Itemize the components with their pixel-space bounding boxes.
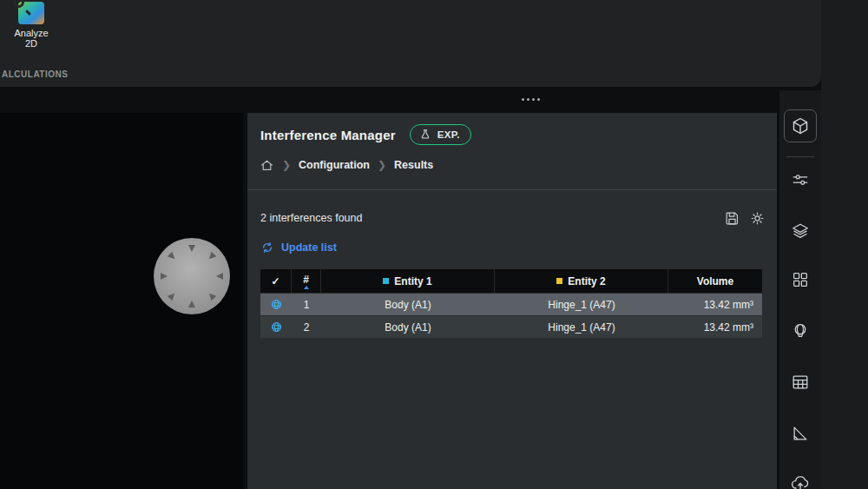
interference-table: ✓ # Entity 1 Entity 2 Volume [260,269,762,338]
lightbulb-button[interactable] [747,208,766,228]
layers-button[interactable] [790,221,811,241]
cloud-icon [790,472,811,489]
entity2-color-swatch [556,278,562,284]
assembly-cube-button[interactable] [784,109,817,142]
panel-divider [247,189,777,190]
table-row[interactable]: 2 Body (A1) Hinge_1 (A47) 13.42 mm³ [260,316,762,338]
components-grid-button[interactable] [790,269,811,290]
interference-count-text: 2 interferences found [260,212,362,224]
orbit-navigation-wheel[interactable] [152,236,232,316]
breadcrumb-configuration[interactable]: Configuration [299,159,370,171]
save-button[interactable] [722,208,741,228]
refresh-icon [260,241,274,254]
layers-icon [791,221,810,241]
experimental-badge[interactable]: EXP. [410,124,471,145]
analyze-2d-label-line1: Analyze [5,28,57,38]
chevron-right-icon: ❯ [378,159,386,171]
table-button[interactable] [790,372,811,393]
entity1-column-header[interactable]: Entity 1 [321,269,495,293]
filter-sliders-icon [791,170,810,189]
filter-sliders-button[interactable] [790,169,811,190]
components-grid-icon [791,270,810,289]
volume-cell: 13.42 mm³ [668,316,762,338]
breadcrumb-results[interactable]: Results [394,159,433,171]
entity1-cell[interactable]: Body (A1) [321,294,495,315]
entity2-cell[interactable]: Hinge_1 (A47) [495,294,668,315]
lightbulb-rays-icon [749,210,766,227]
balloon-button[interactable] [790,321,811,342]
calculations-section-label: ALCULATIONS [2,69,68,79]
analyze-2d-icon [18,2,44,24]
row-number: 2 [292,316,321,338]
top-toolbar: Analyze 2D ALCULATIONS [0,0,821,87]
entity1-color-swatch [383,278,389,284]
panel-resize-handle[interactable] [522,98,540,101]
right-edge-strip [821,0,868,489]
interference-manager-panel: Interference Manager EXP. ❯ Configuratio… [247,113,777,489]
chevron-right-icon: ❯ [282,159,291,171]
save-icon [724,210,740,227]
table-header-row: ✓ # Entity 1 Entity 2 Volume [260,269,762,293]
row-number: 1 [292,294,321,315]
interference-icon [269,297,284,312]
update-list-link[interactable]: Update list [260,241,337,254]
select-all-header[interactable]: ✓ [260,269,292,293]
cloud-button[interactable] [790,472,811,489]
flask-icon [419,129,431,141]
toolbar-separator [786,156,814,157]
table-row[interactable]: 1 Body (A1) Hinge_1 (A47) 13.42 mm³ [260,294,762,315]
entity1-cell[interactable]: Body (A1) [321,316,495,338]
analyze-2d-tool[interactable]: Analyze 2D [5,0,57,49]
experimental-badge-label: EXP. [437,129,460,140]
volume-cell: 13.42 mm³ [668,294,762,315]
measure-angle-icon [791,424,810,443]
number-column-header[interactable]: # [292,269,321,293]
entity2-column-header[interactable]: Entity 2 [495,269,668,293]
analyze-2d-label-line2: 2D [5,38,57,49]
viewport-3d[interactable] [0,113,243,489]
update-list-label: Update list [281,241,337,254]
volume-column-header[interactable]: Volume [668,269,762,293]
home-icon[interactable] [260,158,274,173]
magnifier-icon [13,0,24,8]
right-sidebar-toolbar [779,90,821,489]
panel-title: Interference Manager [260,128,396,142]
measure-angle-button[interactable] [790,423,811,444]
breadcrumb: ❯ Configuration ❯ Results [260,155,433,175]
table-icon [791,373,810,392]
assembly-cube-icon [790,116,811,136]
entity2-cell[interactable]: Hinge_1 (A47) [495,316,668,338]
checkmark-icon: ✓ [271,275,279,287]
magnifier-handle [25,10,31,16]
interference-icon [269,320,284,334]
sort-ascending-icon [304,286,309,289]
balloon-icon [791,322,810,341]
